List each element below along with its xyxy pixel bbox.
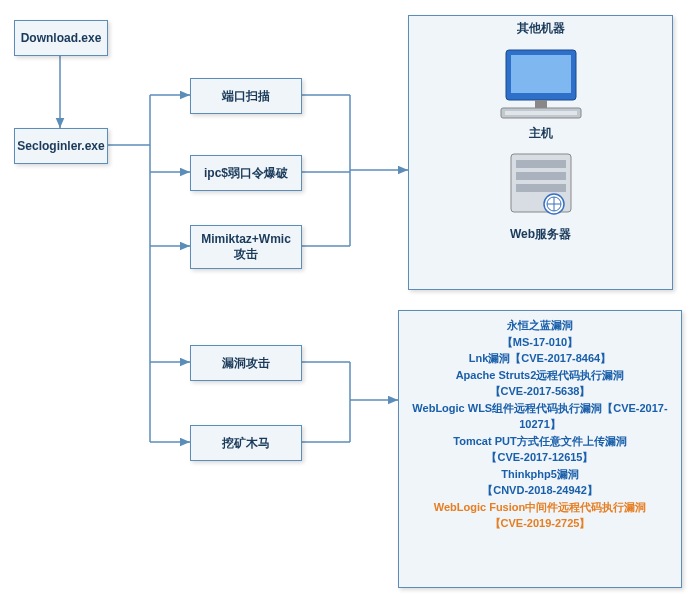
computer-icon xyxy=(491,45,591,125)
vuln-entry: 永恒之蓝漏洞 xyxy=(403,317,677,334)
node-port-scan-label: 端口扫描 xyxy=(222,88,270,105)
node-secloginler-exe: Secloginler.exe xyxy=(14,128,108,164)
svg-rect-4 xyxy=(505,111,577,115)
vuln-entry: 【CNVD-2018-24942】 xyxy=(403,482,677,499)
node-vuln-attack: 漏洞攻击 xyxy=(190,345,302,381)
svg-rect-7 xyxy=(516,172,566,180)
vuln-entry: 【MS-17-010】 xyxy=(403,334,677,351)
node-mining-trojan-label: 挖矿木马 xyxy=(222,435,270,452)
vuln-entry-highlighted: 【CVE-2019-2725】 xyxy=(403,515,677,532)
network-box-title: 其他机器 xyxy=(409,20,672,37)
vuln-entry: Apache Struts2远程代码执行漏洞 xyxy=(403,367,677,384)
host-label: 主机 xyxy=(409,125,672,142)
node-ipc-brute-label: ipc$弱口令爆破 xyxy=(204,165,288,182)
vulnerability-list-box: 永恒之蓝漏洞【MS-17-010】Lnk漏洞【CVE-2017-8464】Apa… xyxy=(398,310,682,588)
node-secloginler-label: Secloginler.exe xyxy=(17,139,104,153)
vuln-entry: 【CVE-2017-12615】 xyxy=(403,449,677,466)
network-box: 其他机器 主机 Web服务器 xyxy=(408,15,673,290)
node-mining-trojan: 挖矿木马 xyxy=(190,425,302,461)
vuln-list: 永恒之蓝漏洞【MS-17-010】Lnk漏洞【CVE-2017-8464】Apa… xyxy=(399,311,681,538)
node-download-exe: Download.exe xyxy=(14,20,108,56)
node-vuln-attack-label: 漏洞攻击 xyxy=(222,355,270,372)
node-ipc-brute: ipc$弱口令爆破 xyxy=(190,155,302,191)
web-server-label: Web服务器 xyxy=(409,226,672,243)
svg-rect-1 xyxy=(511,55,571,93)
server-icon xyxy=(496,146,586,226)
node-download-label: Download.exe xyxy=(21,31,102,45)
vuln-entry-highlighted: WebLogic Fusion中间件远程代码执行漏洞 xyxy=(403,499,677,516)
vuln-entry: Thinkphp5漏洞 xyxy=(403,466,677,483)
vuln-entry: WebLogic WLS组件远程代码执行漏洞【CVE-2017-10271】 xyxy=(403,400,677,433)
node-port-scan: 端口扫描 xyxy=(190,78,302,114)
vuln-entry: 【CVE-2017-5638】 xyxy=(403,383,677,400)
svg-rect-2 xyxy=(535,100,547,108)
vuln-entry: Lnk漏洞【CVE-2017-8464】 xyxy=(403,350,677,367)
node-mimikatz-wmic: Mimiktaz+Wmic 攻击 xyxy=(190,225,302,269)
vuln-entry: Tomcat PUT方式任意文件上传漏洞 xyxy=(403,433,677,450)
svg-rect-8 xyxy=(516,184,566,192)
svg-rect-6 xyxy=(516,160,566,168)
node-mimikatz-label: Mimiktaz+Wmic 攻击 xyxy=(201,232,291,263)
